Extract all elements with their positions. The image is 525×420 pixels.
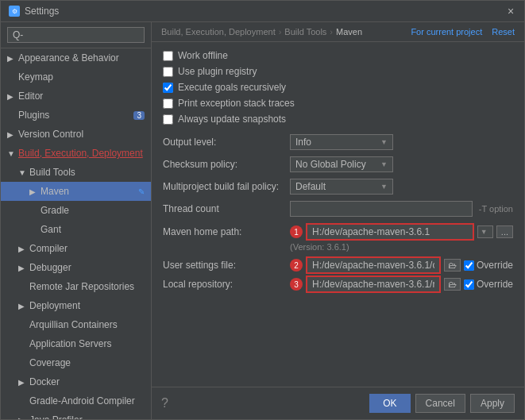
sidebar-item-vcs[interactable]: ▶ Version Control [1, 125, 151, 144]
local-repo-override-checkbox[interactable] [464, 279, 474, 290]
search-input[interactable] [7, 27, 145, 43]
sidebar-item-coverage[interactable]: Coverage [1, 353, 151, 372]
checkbox-use-plugin: Use plugin registry [163, 66, 513, 77]
for-current-project-link[interactable]: For current project [411, 27, 482, 37]
always-update-label: Always update snapshots [178, 114, 286, 125]
maven-home-label: Maven home path: [163, 226, 290, 237]
sidebar-item-editor[interactable]: ▶ Editor [1, 87, 151, 106]
output-level-dropdown[interactable]: Info ▼ [290, 134, 393, 150]
sidebar-item-build[interactable]: ▼ Build, Execution, Deployment [1, 144, 151, 163]
sidebar-label: Appearance & Behavior [18, 52, 119, 64]
sidebar-label: Docker [29, 376, 60, 387]
checkbox-execute-goals: Execute goals recursively [163, 82, 513, 93]
work-offline-checkbox[interactable] [163, 51, 173, 61]
sidebar-item-keymap[interactable]: Keymap [1, 67, 151, 87]
arrow-icon: ▶ [7, 92, 15, 101]
multiproject-selected: Default [295, 181, 326, 192]
breadcrumb-actions: For current project Reset [411, 27, 515, 37]
sidebar-item-docker[interactable]: ▶ Docker [1, 372, 151, 391]
user-settings-value: 2 🗁 Override [290, 256, 513, 274]
maven-home-input[interactable] [306, 223, 474, 241]
use-plugin-label: Use plugin registry [178, 66, 257, 77]
maven-version-text: (Version: 3.6.1) [163, 242, 513, 252]
local-repo-override-label: Override [477, 279, 513, 290]
spacer [18, 359, 26, 368]
sidebar-item-plugins[interactable]: Plugins 3 [1, 106, 151, 125]
execute-goals-checkbox[interactable] [163, 83, 173, 93]
dropdown-arrow-icon: ▼ [380, 138, 388, 146]
breadcrumb-sep-2: › [330, 27, 333, 37]
arrow-icon: ▶ [18, 378, 26, 387]
thread-count-input[interactable] [290, 201, 473, 217]
sidebar-label: Maven [41, 186, 69, 197]
sidebar-label: Gradle [41, 205, 69, 216]
sidebar-item-app-servers[interactable]: Application Servers [1, 334, 151, 353]
local-repo-row: Local repository: 3 🗁 Override [163, 276, 513, 293]
multiproject-row: Multiproject build fail policy: Default … [163, 179, 513, 195]
maven-home-dropdown[interactable]: ▼ [477, 225, 493, 238]
multiproject-dropdown[interactable]: Default ▼ [290, 179, 393, 195]
output-level-row: Output level: Info ▼ [163, 134, 513, 150]
sidebar-label: Plugins [18, 110, 49, 121]
arrow-icon: ▼ [7, 149, 15, 158]
sidebar: ▶ Appearance & Behavior Keymap ▶ Editor [1, 22, 152, 419]
always-update-checkbox[interactable] [163, 114, 173, 125]
thread-count-label: Thread count [163, 203, 290, 214]
thread-count-value: -T option [290, 201, 513, 217]
sidebar-item-remote-jar[interactable]: Remote Jar Repositories [1, 277, 151, 296]
sidebar-item-appearance[interactable]: ▶ Appearance & Behavior [1, 48, 151, 67]
checkbox-work-offline: Work offline [163, 50, 513, 61]
footer-actions: OK Cancel Apply [369, 394, 515, 413]
arrow-icon: ▶ [7, 130, 15, 139]
settings-content: Work offline Use plugin registry Execute… [152, 42, 524, 387]
local-repo-input[interactable] [306, 276, 441, 293]
use-plugin-checkbox[interactable] [163, 67, 173, 77]
user-settings-override: Override [464, 260, 513, 271]
print-exception-checkbox[interactable] [163, 98, 173, 109]
output-level-value: Info ▼ [290, 134, 513, 150]
local-repo-browse-button[interactable]: 🗁 [444, 278, 461, 291]
sidebar-item-compiler[interactable]: ▶ Compiler [1, 239, 151, 258]
spacer [7, 73, 15, 82]
execute-goals-label: Execute goals recursively [178, 82, 286, 93]
sidebar-item-arquillian[interactable]: Arquillian Containers [1, 315, 151, 334]
checksum-policy-selected: No Global Policy [295, 159, 366, 170]
checksum-policy-dropdown[interactable]: No Global Policy ▼ [290, 156, 393, 172]
spacer [18, 321, 26, 329]
sidebar-item-gant[interactable]: Gant [1, 220, 151, 239]
apply-button[interactable]: Apply [470, 394, 515, 413]
breadcrumb: Build, Execution, Deployment › Build Too… [152, 22, 524, 42]
sidebar-item-gradle[interactable]: Gradle [1, 201, 151, 220]
local-repo-label: Local repository: [163, 279, 290, 290]
ok-button[interactable]: OK [369, 394, 410, 413]
sidebar-item-gradle-android[interactable]: Gradle-Android Compiler [1, 391, 151, 410]
sidebar-label: Gradle-Android Compiler [29, 395, 135, 407]
user-settings-browse-button[interactable]: 🗁 [444, 259, 461, 272]
maven-home-browse-button[interactable]: ... [496, 225, 513, 238]
sidebar-item-deployment[interactable]: ▶ Deployment [1, 296, 151, 315]
sidebar-item-java-profiler[interactable]: ▶ Java Profiler [1, 410, 151, 419]
spacer [18, 397, 26, 406]
checksum-policy-label: Checksum policy: [163, 159, 290, 170]
close-button[interactable]: × [505, 6, 516, 17]
arrow-icon: ▶ [7, 54, 15, 63]
user-settings-override-checkbox[interactable] [464, 260, 474, 271]
right-panel: Build, Execution, Deployment › Build Too… [152, 22, 524, 419]
user-settings-label: User settings file: [163, 260, 290, 271]
user-settings-badge: 2 [290, 259, 303, 272]
help-button[interactable]: ? [161, 396, 168, 410]
user-settings-override-label: Override [477, 260, 513, 271]
user-settings-row: User settings file: 2 🗁 Override [163, 256, 513, 274]
arrow-icon: ▶ [18, 416, 26, 420]
arrow-icon: ▶ [18, 245, 26, 253]
edit-icon: ✎ [138, 187, 145, 196]
spacer [18, 340, 26, 349]
sidebar-item-build-tools[interactable]: ▼ Build Tools [1, 163, 151, 182]
sidebar-item-maven[interactable]: ▶ Maven ✎ [1, 182, 151, 201]
sidebar-label: Java Profiler [29, 414, 83, 419]
cancel-button[interactable]: Cancel [415, 394, 465, 413]
sidebar-item-debugger[interactable]: ▶ Debugger [1, 258, 151, 277]
sidebar-label: Application Servers [29, 338, 111, 349]
reset-link[interactable]: Reset [492, 27, 515, 37]
user-settings-input[interactable] [306, 256, 441, 274]
